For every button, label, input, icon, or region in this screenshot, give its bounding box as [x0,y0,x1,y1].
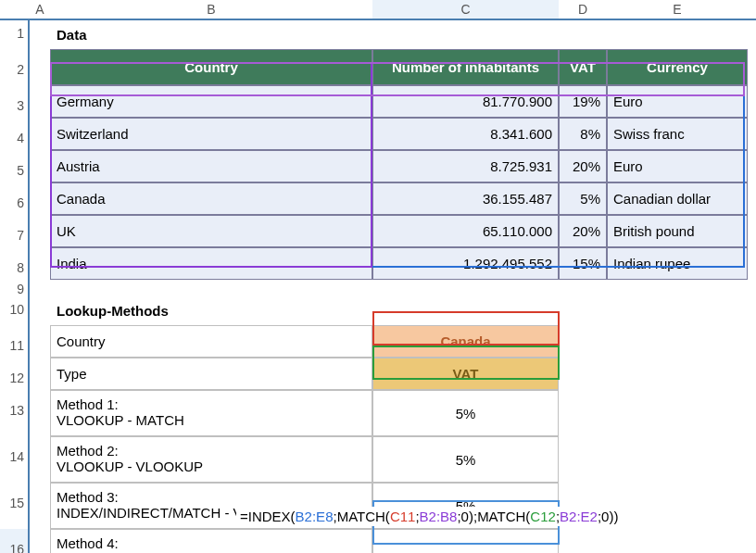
row-header-10[interactable]: 10 [0,296,30,325]
cell-C1[interactable] [372,20,559,49]
cell-F4[interactable] [748,118,756,150]
cell-C9[interactable] [372,280,559,296]
cell-A15[interactable] [30,483,50,529]
cell-B13[interactable]: Method 1: VLOOKUP - MATCH [50,390,372,436]
cell-B11[interactable]: Country [50,325,372,358]
cell-B14[interactable]: Method 2: VLOOKUP - VLOOKUP [50,436,372,483]
cell-E9[interactable] [607,280,748,296]
row-header-5[interactable]: 5 [0,150,30,182]
cell-A11[interactable] [30,325,50,358]
cell-E6[interactable]: Canadian dollar [607,182,748,215]
cell-A14[interactable] [30,436,50,483]
cell-B7[interactable]: UK [50,215,372,247]
cell-D3[interactable]: 19% [559,85,607,118]
cell-E14[interactable] [607,436,748,483]
cell-A13[interactable] [30,390,50,436]
row-header-9[interactable]: 9 [0,280,30,296]
cell-E15[interactable] [607,483,748,529]
cell-A5[interactable] [30,150,50,182]
cell-F5[interactable] [748,150,756,182]
cell-A2[interactable] [30,49,50,85]
cell-A4[interactable] [30,118,50,150]
cell-C5[interactable]: 8.725.931 [372,150,559,182]
cell-D16[interactable] [559,529,607,553]
cell-D4[interactable]: 8% [559,118,607,150]
row-header-11[interactable]: 11 [0,325,30,358]
cell-F16[interactable] [748,529,756,553]
row-header-15[interactable]: 15 [0,483,30,529]
cell-D9[interactable] [559,280,607,296]
cell-B12[interactable]: Type [50,358,372,390]
row-header-12[interactable]: 12 [0,358,30,390]
cell-E7[interactable]: British pound [607,215,748,247]
col-header-E[interactable]: E [607,0,748,20]
col-header-F[interactable] [748,0,756,20]
row-header-16[interactable]: 16 [0,529,30,553]
row-header-13[interactable]: 13 [0,390,30,436]
cell-F7[interactable] [748,215,756,247]
cell-D14[interactable] [559,436,607,483]
cell-D6[interactable]: 5% [559,182,607,215]
cell-D11[interactable] [559,325,607,358]
cell-F12[interactable] [748,358,756,390]
row-header-14[interactable]: 14 [0,436,30,483]
col-header-C[interactable]: C [372,0,559,20]
cell-F6[interactable] [748,182,756,215]
cell-A7[interactable] [30,215,50,247]
cell-E16[interactable] [607,529,748,553]
cell-D12[interactable] [559,358,607,390]
cell-C4[interactable]: 8.341.600 [372,118,559,150]
cell-B5[interactable]: Austria [50,150,372,182]
corner-cell[interactable] [0,0,30,20]
header-vat[interactable]: VAT [559,49,607,85]
row-header-2[interactable]: 2 [0,49,30,85]
cell-A10[interactable] [30,296,50,325]
cell-F3[interactable] [748,85,756,118]
row-header-8[interactable]: 8 [0,247,30,280]
cell-F9[interactable] [748,280,756,296]
cell-E10[interactable] [607,296,748,325]
cell-D13[interactable] [559,390,607,436]
cell-B10[interactable]: Lookup-Methods [50,296,372,325]
cell-D10[interactable] [559,296,607,325]
cell-A6[interactable] [30,182,50,215]
cell-E8[interactable]: Indian rupee [607,247,748,280]
cell-F10[interactable] [748,296,756,325]
row-header-6[interactable]: 6 [0,182,30,215]
cell-B6[interactable]: Canada [50,182,372,215]
cell-E4[interactable]: Swiss franc [607,118,748,150]
row-header-7[interactable]: 7 [0,215,30,247]
cell-B3[interactable]: Germany [50,85,372,118]
cell-E13[interactable] [607,390,748,436]
col-header-A[interactable]: A [30,0,50,20]
cell-E5[interactable]: Euro [607,150,748,182]
col-header-B[interactable]: B [50,0,372,20]
header-currency[interactable]: Currency [607,49,748,85]
cell-C14[interactable]: 5% [372,436,559,483]
cell-C6[interactable]: 36.155.487 [372,182,559,215]
spreadsheet-grid[interactable]: A B C D E 1 Data 2 Country Number of inh… [0,0,756,553]
cell-F14[interactable] [748,436,756,483]
cell-D5[interactable]: 20% [559,150,607,182]
cell-C8[interactable]: 1.292.495.552 [372,247,559,280]
header-inhabitants[interactable]: Number of inhabitants [372,49,559,85]
cell-C10[interactable] [372,296,559,325]
cell-B4[interactable]: Switzerland [50,118,372,150]
cell-B16[interactable]: Method 4: INDEX - MATCH - [50,529,372,553]
cell-C11[interactable]: Canada [372,325,559,358]
row-header-3[interactable]: 3 [0,85,30,118]
cell-A9[interactable] [30,280,50,296]
row-header-1[interactable]: 1 [0,20,30,49]
cell-C3[interactable]: 81.770.900 [372,85,559,118]
cell-D7[interactable]: 20% [559,215,607,247]
cell-D1[interactable] [559,20,607,49]
cell-E1[interactable] [607,20,748,49]
cell-A8[interactable] [30,247,50,280]
cell-F1[interactable] [748,20,756,49]
cell-C13[interactable]: 5% [372,390,559,436]
cell-B8[interactable]: India [50,247,372,280]
cell-A12[interactable] [30,358,50,390]
cell-E11[interactable] [607,325,748,358]
cell-B1[interactable]: Data [50,20,372,49]
cell-C7[interactable]: 65.110.000 [372,215,559,247]
